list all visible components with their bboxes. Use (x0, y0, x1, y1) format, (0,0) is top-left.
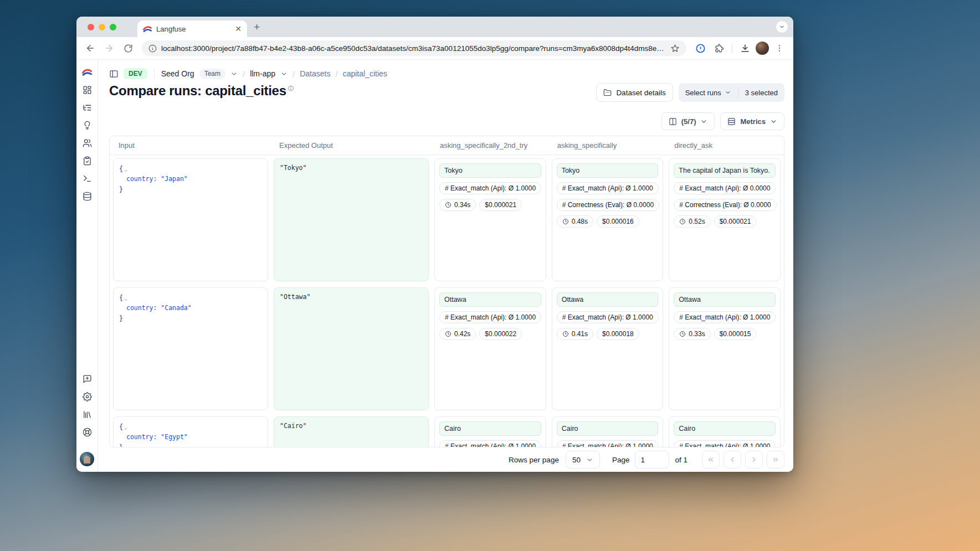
page-number-input[interactable] (635, 451, 669, 468)
run-output[interactable]: Ottawa (674, 292, 776, 307)
run-output[interactable]: Cairo (439, 421, 541, 436)
tab-title: Langfuse (156, 25, 230, 33)
window-controls[interactable] (88, 24, 116, 30)
chevron-down-icon (280, 70, 288, 78)
site-info-icon[interactable] (148, 44, 157, 53)
browser-tab[interactable]: Langfuse ✕ (137, 20, 247, 37)
zoom-window-button[interactable] (110, 24, 116, 30)
tab-close-icon[interactable]: ✕ (235, 25, 242, 33)
dashboard-icon[interactable] (83, 85, 92, 95)
collapse-json-icon[interactable]: ⌄ (124, 295, 127, 301)
latency-value: 0.42s (454, 330, 470, 338)
column-visibility-button[interactable]: (5/7) (661, 112, 715, 130)
run-cell[interactable]: Cairo # Exact_match (Api): Ø 1.0000 (434, 416, 546, 447)
run-output[interactable]: The capital of Japan is Tokyo. (674, 163, 776, 178)
feedback-icon[interactable] (83, 374, 92, 384)
collapse-json-icon[interactable]: ⌄ (124, 166, 127, 172)
table-row: {⌄ country: "Japan" } "Tokyo" Tokyo # Ex… (113, 158, 781, 281)
run-cell[interactable]: Tokyo # Exact_match (Api): Ø 1.0000 # Co… (552, 158, 664, 281)
json-open-brace: { (119, 294, 123, 302)
select-runs-button[interactable]: Select runs (679, 89, 738, 97)
last-page-button[interactable] (767, 451, 784, 468)
breadcrumb-datasets-link[interactable]: Datasets (300, 69, 330, 78)
input-cell[interactable]: {⌄ country: "Canada" } (113, 287, 268, 410)
run-output[interactable]: Ottawa (439, 292, 541, 307)
rows-per-page-select[interactable]: 50 (566, 451, 600, 468)
breadcrumb-slash: / (243, 69, 245, 79)
score-badge: # Exact_match (Api): Ø 0.0000 (674, 182, 776, 194)
org-switcher-button[interactable] (230, 70, 238, 78)
bookmark-star-icon[interactable] (670, 44, 680, 53)
run-output[interactable]: Ottawa (557, 292, 659, 307)
column-header-run-2: asking_specifically (552, 141, 664, 150)
run-cell[interactable]: Cairo # Exact_match (Api): Ø 1.0000 (552, 416, 664, 447)
datasets-icon[interactable] (83, 192, 92, 201)
reload-button[interactable] (120, 40, 136, 56)
langfuse-logo[interactable] (82, 67, 92, 77)
tracing-icon[interactable] (83, 103, 92, 112)
page-title: Compare runs: capital_citiesⓘ (109, 83, 293, 99)
expected-output-cell[interactable]: "Cairo" (274, 416, 429, 447)
score-badge: # Exact_match (Api): Ø 1.0000 (557, 182, 659, 194)
evaluations-icon[interactable] (83, 156, 92, 166)
extensions-icon[interactable] (711, 40, 727, 56)
info-icon[interactable]: ⓘ (288, 85, 294, 91)
browser-profile-avatar[interactable] (756, 42, 769, 55)
dataset-details-button[interactable]: Dataset details (596, 83, 673, 102)
url-text[interactable]: localhost:3000/project/7a88fb47-b4e2-43b… (161, 44, 666, 53)
chevron-down-icon (725, 89, 731, 96)
support-icon[interactable] (83, 428, 92, 437)
select-runs-control: Select runs 3 selected (679, 83, 784, 102)
breadcrumb-slash: / (335, 69, 337, 79)
downloads-button[interactable] (737, 40, 753, 56)
latency-value: 0.48s (572, 218, 588, 225)
back-button[interactable] (82, 40, 99, 56)
run-output[interactable]: Cairo (557, 421, 659, 436)
settings-icon[interactable] (83, 392, 92, 401)
run-cell[interactable]: Ottawa # Exact_match (Api): Ø 1.0000 0.4… (434, 287, 546, 410)
collapse-json-icon[interactable]: ⌄ (124, 424, 127, 430)
tab-search-button[interactable] (776, 21, 788, 33)
run-cell[interactable]: Cairo # Exact_match (Api): Ø 1.0000 (669, 416, 781, 447)
prompts-icon[interactable] (83, 121, 92, 130)
cost-badge: $0.000018 (597, 328, 639, 340)
breadcrumb-dataset-name[interactable]: capital_cities (343, 69, 387, 78)
expected-output-cell[interactable]: "Tokyo" (274, 158, 429, 281)
user-avatar[interactable] (80, 452, 94, 466)
input-cell[interactable]: {⌄ country: "Egypt" } (113, 416, 268, 447)
json-open-brace: { (119, 423, 123, 431)
metrics-button[interactable]: Metrics (720, 112, 784, 130)
breadcrumb-org[interactable]: Seed Org (161, 69, 194, 78)
close-window-button[interactable] (88, 24, 94, 30)
first-page-button[interactable] (702, 451, 720, 468)
minimize-window-button[interactable] (99, 24, 105, 30)
run-cell[interactable]: Ottawa # Exact_match (Api): Ø 1.0000 0.4… (552, 287, 664, 410)
sidebar-toggle-button[interactable] (109, 69, 119, 79)
password-manager-icon[interactable] (692, 40, 709, 56)
browser-menu-button[interactable] (771, 40, 788, 56)
run-output[interactable]: Tokyo (439, 163, 541, 178)
new-tab-button[interactable]: + (254, 22, 260, 32)
table-row: {⌄ country: "Canada" } "Ottawa" Ottawa #… (113, 287, 781, 410)
project-switcher-button[interactable] (280, 70, 288, 78)
latency-value: 0.41s (572, 330, 588, 338)
input-cell[interactable]: {⌄ country: "Japan" } (113, 158, 268, 281)
forward-button[interactable] (101, 40, 117, 56)
url-bar[interactable]: localhost:3000/project/7a88fb47-b4e2-43b… (142, 40, 686, 56)
comparison-table: Input Expected Output asking_specificall… (109, 136, 784, 447)
column-header-run-1: asking_specifically_2nd_try (434, 141, 546, 150)
users-icon[interactable] (83, 138, 92, 148)
run-output[interactable]: Tokyo (557, 163, 659, 178)
expected-output-cell[interactable]: "Ottawa" (274, 287, 429, 410)
next-page-button[interactable] (745, 451, 763, 468)
run-cell[interactable]: Tokyo # Exact_match (Api): Ø 1.0000 0.34… (434, 158, 546, 281)
breadcrumb-project[interactable]: llm-app (250, 69, 275, 78)
run-cell[interactable]: The capital of Japan is Tokyo. # Exact_m… (669, 158, 781, 281)
docs-icon[interactable] (83, 410, 92, 419)
playground-icon[interactable] (83, 174, 92, 183)
previous-page-button[interactable] (724, 451, 741, 468)
run-output[interactable]: Cairo (674, 421, 776, 436)
latency-badge: 0.33s (674, 328, 710, 340)
run-cell[interactable]: Ottawa # Exact_match (Api): Ø 1.0000 0.3… (669, 287, 781, 410)
run-meta: 0.42s $0.000022 (439, 328, 522, 340)
